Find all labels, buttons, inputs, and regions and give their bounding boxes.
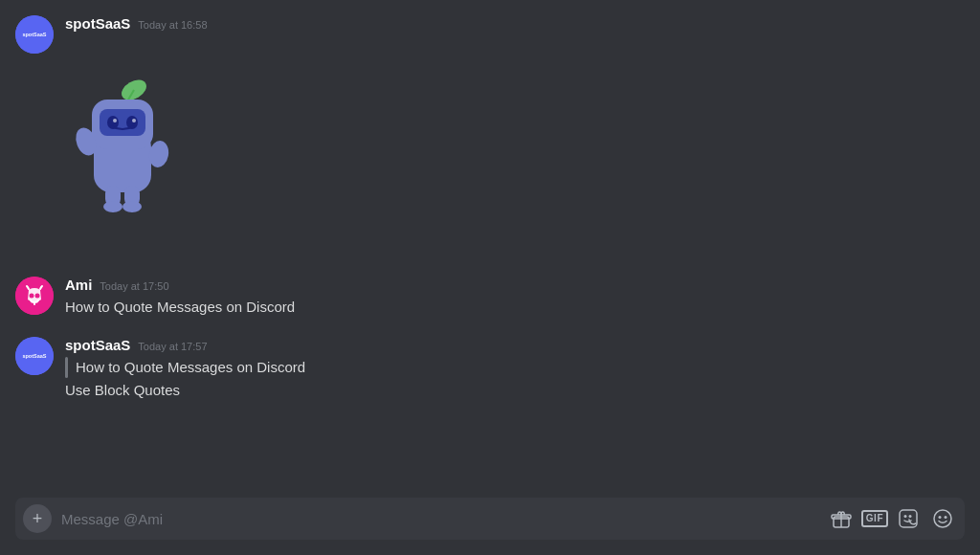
message-text-2: How to Quote Messages on Discord bbox=[65, 297, 965, 318]
message-header-3: spotSaaS Today at 17:57 bbox=[65, 337, 965, 353]
username-2: Ami bbox=[65, 277, 92, 293]
svg-point-10 bbox=[132, 119, 136, 122]
svg-point-16 bbox=[122, 201, 142, 212]
username-3: spotSaaS bbox=[65, 337, 130, 353]
message-content-1: spotSaaS Today at 16:58 bbox=[65, 15, 965, 35]
message-group-3: spotSaaS spotSaaS Today at 17:57 How to … bbox=[15, 337, 965, 401]
avatar-ami bbox=[15, 277, 54, 315]
extra-text: Use Block Quotes bbox=[65, 380, 965, 401]
message-header-2: Ami Today at 17:50 bbox=[65, 277, 965, 293]
svg-rect-6 bbox=[100, 109, 145, 136]
timestamp-3: Today at 17:57 bbox=[138, 341, 207, 352]
gift-icon bbox=[831, 508, 852, 529]
add-attachment-button[interactable]: + bbox=[23, 504, 52, 533]
emoji-icon bbox=[932, 508, 953, 529]
avatar-spotsaas-3: spotSaaS bbox=[15, 337, 54, 375]
svg-point-15 bbox=[103, 201, 122, 212]
svg-point-30 bbox=[945, 516, 947, 519]
svg-point-19 bbox=[35, 294, 40, 299]
message-group-1: spotSaaS spotSaaS Today at 16:58 bbox=[15, 15, 965, 54]
emoji-button[interactable] bbox=[928, 504, 957, 533]
sticker-button[interactable] bbox=[894, 504, 923, 533]
svg-point-28 bbox=[934, 510, 951, 527]
input-bar: + GIF bbox=[15, 498, 965, 540]
svg-point-9 bbox=[113, 119, 117, 122]
quote-bar bbox=[65, 357, 68, 378]
quoted-text: How to Quote Messages on Discord bbox=[76, 357, 305, 378]
svg-point-29 bbox=[939, 516, 942, 519]
bot-mascot-svg bbox=[65, 73, 180, 250]
avatar-spotsaas-1: spotSaaS bbox=[15, 15, 54, 54]
chat-area: spotSaaS spotSaaS Today at 16:58 bbox=[0, 0, 980, 498]
message-group-2: Ami Today at 17:50 How to Quote Messages… bbox=[15, 277, 965, 318]
sticker-icon bbox=[898, 508, 919, 529]
svg-point-27 bbox=[909, 515, 912, 518]
timestamp-1: Today at 16:58 bbox=[138, 19, 207, 31]
message-content-2: Ami Today at 17:50 How to Quote Messages… bbox=[65, 277, 965, 318]
svg-text:spotSaaS: spotSaaS bbox=[22, 353, 46, 359]
svg-point-18 bbox=[30, 294, 34, 299]
username-1: spotSaaS bbox=[65, 15, 130, 32]
timestamp-2: Today at 17:50 bbox=[100, 280, 168, 292]
gift-button[interactable] bbox=[827, 504, 856, 533]
message-content-3: spotSaaS Today at 17:57 How to Quote Mes… bbox=[65, 337, 965, 401]
message-input[interactable] bbox=[52, 511, 827, 527]
message-header-1: spotSaaS Today at 16:58 bbox=[65, 15, 965, 32]
bot-mascot-area bbox=[65, 73, 965, 254]
input-icons: GIF bbox=[827, 504, 957, 533]
gif-button[interactable]: GIF bbox=[861, 510, 888, 527]
svg-point-26 bbox=[904, 515, 907, 518]
quoted-message: How to Quote Messages on Discord bbox=[65, 357, 965, 378]
svg-text:spotSaaS: spotSaaS bbox=[22, 32, 46, 37]
